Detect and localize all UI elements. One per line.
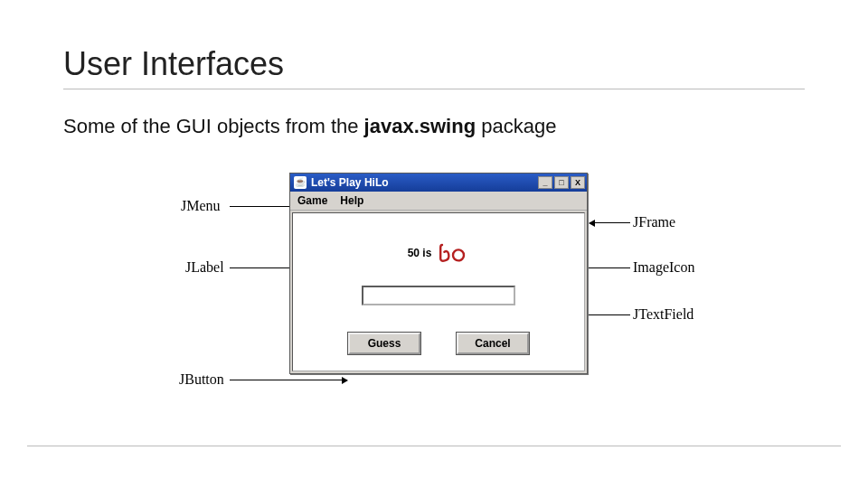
arrow-jbutton <box>230 380 347 380</box>
annot-imageicon: ImageIcon <box>633 259 694 276</box>
subtitle-package: javax.swing <box>364 115 476 137</box>
message-label: 50 is <box>408 247 432 259</box>
window-titlebar: ☕ Let's Play HiLo _ □ X <box>290 174 587 192</box>
java-icon: ☕ <box>294 176 307 189</box>
message-row: 50 is <box>302 240 575 266</box>
maximize-button[interactable]: □ <box>554 176 569 189</box>
annot-jtextfield: JTextField <box>633 306 693 323</box>
arrow-jframe <box>590 222 630 223</box>
guess-textfield[interactable] <box>362 286 515 305</box>
annot-jframe: JFrame <box>633 214 675 230</box>
window-control-buttons: _ □ X <box>538 176 585 189</box>
subtitle-suffix: package <box>476 115 556 137</box>
window-title-text: Let's Play HiLo <box>311 176 389 189</box>
swing-window: ☕ Let's Play HiLo _ □ X Game Help 50 is <box>289 173 588 374</box>
annot-jmenu: JMenu <box>181 198 221 214</box>
svg-point-0 <box>453 249 464 260</box>
slide-subtitle: Some of the GUI objects from the javax.s… <box>63 115 805 138</box>
swing-diagram: JMenu JLabel JButton JFrame ImageIcon JT… <box>108 164 760 444</box>
menu-game[interactable]: Game <box>297 194 327 207</box>
annot-jlabel: JLabel <box>185 259 224 276</box>
footer-rule <box>27 446 841 446</box>
subtitle-prefix: Some of the GUI objects from the <box>63 115 364 137</box>
lo-image-icon <box>437 240 469 266</box>
menu-help[interactable]: Help <box>340 194 363 207</box>
menubar: Game Help <box>290 192 587 211</box>
close-button[interactable]: X <box>571 176 585 189</box>
guess-button[interactable]: Guess <box>348 333 420 354</box>
slide-title: User Interfaces <box>63 45 805 89</box>
cancel-button[interactable]: Cancel <box>457 333 529 354</box>
arrow-jmenu <box>230 206 295 207</box>
button-row: Guess Cancel <box>302 333 575 354</box>
window-client-area: 50 is Guess Cancel <box>292 212 585 371</box>
annot-jbutton: JButton <box>179 371 224 388</box>
minimize-button[interactable]: _ <box>538 176 552 189</box>
